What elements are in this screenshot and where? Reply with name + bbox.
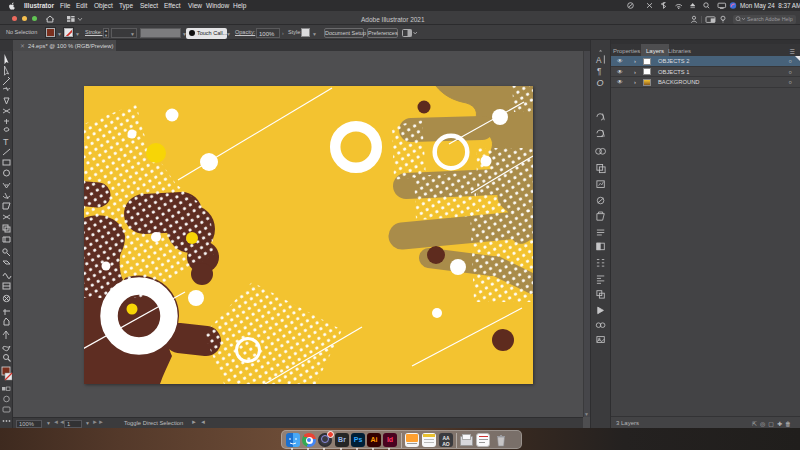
svg-text:A: A	[596, 56, 602, 65]
svg-text:T: T	[3, 137, 9, 147]
svg-text:¶: ¶	[597, 67, 602, 76]
svg-text:O: O	[596, 78, 603, 88]
